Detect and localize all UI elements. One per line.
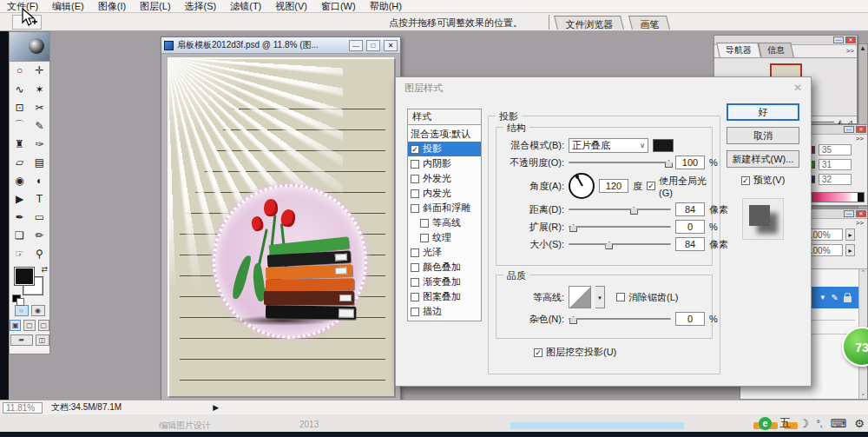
checkbox[interactable] (411, 189, 419, 198)
crop-tool-icon[interactable]: ⊡ (10, 98, 30, 116)
blur-tool-icon[interactable]: ◉ (10, 171, 30, 189)
spread-value-field[interactable]: 0 (675, 220, 705, 234)
tab-info[interactable]: 信息 (758, 43, 794, 57)
menu-window[interactable]: 窗口(W) (321, 0, 356, 13)
checkbox[interactable] (411, 248, 419, 257)
slider-thumb[interactable] (665, 160, 673, 168)
noise-value-field[interactable]: 0 (675, 312, 705, 326)
opacity-slider[interactable] (569, 157, 671, 168)
angle-dial[interactable] (569, 173, 595, 199)
standard-screen-button[interactable]: ▣ (10, 320, 21, 331)
new-style-button[interactable]: 新建样式(W)... (727, 150, 799, 168)
keyboard-icon[interactable]: ⌨ (831, 417, 847, 430)
global-light-checkbox[interactable]: 使用全局光(G) (647, 175, 707, 198)
brush-tool-icon[interactable]: ✎ (30, 116, 49, 135)
shape-tool-icon[interactable]: ▭ (30, 208, 49, 226)
cancel-button[interactable]: 取消 (727, 127, 799, 144)
pen-tool-icon[interactable]: ✒ (10, 208, 30, 226)
menu-view[interactable]: 视图(V) (275, 0, 307, 13)
quick-mask-mode-button[interactable]: ◉ (31, 305, 45, 316)
tab-brushes[interactable]: 画笔 (628, 16, 670, 30)
document-title-bar[interactable]: 扇板模板2012d3f.psd @ 11.8% (图... — □ ✕ (161, 37, 400, 54)
style-item-color-overlay[interactable]: 颜色叠加 (408, 260, 481, 275)
checkbox[interactable] (647, 182, 655, 190)
style-item-texture[interactable]: 纹理 (408, 230, 481, 245)
jump-to-imageready-button[interactable]: ➦ (10, 334, 33, 346)
zoom-tool-icon[interactable]: ⚲ (30, 244, 49, 262)
checkbox[interactable] (411, 308, 419, 316)
standard-mode-button[interactable]: ○ (15, 305, 29, 316)
punctuation-icon[interactable]: °, (817, 419, 823, 428)
moon-icon[interactable]: ☽ (799, 417, 809, 430)
green-value-field[interactable]: 31 (819, 159, 852, 170)
swap-colors-icon[interactable]: ⇄ (41, 265, 48, 274)
close-icon[interactable]: ✕ (845, 36, 856, 43)
dialog-close-icon[interactable]: ✕ (793, 82, 802, 94)
opacity-value-field[interactable]: 100 (675, 156, 705, 169)
menu-edit[interactable]: 编辑(E) (52, 0, 84, 13)
contour-dropdown-icon[interactable]: ▾ (595, 286, 605, 308)
checkbox[interactable] (411, 160, 419, 169)
checkbox[interactable] (420, 234, 429, 242)
style-item-contour[interactable]: 等高线 (408, 215, 481, 230)
imageready-button[interactable]: ◫ (36, 334, 49, 346)
opacity-spinner-icon[interactable]: ▸ (845, 228, 855, 241)
distance-slider[interactable] (569, 204, 671, 215)
checkbox[interactable] (411, 204, 419, 213)
menu-help[interactable]: 帮助(H) (370, 0, 402, 13)
canvas-area[interactable] (161, 54, 400, 401)
contour-thumbnail[interactable] (569, 286, 591, 308)
style-item-stroke[interactable]: 描边 (408, 304, 481, 319)
noise-slider[interactable] (569, 314, 671, 324)
green-browser-icon[interactable]: e (759, 417, 772, 430)
wrench-icon[interactable]: ⚙ (854, 417, 865, 430)
minimize-icon[interactable]: — (833, 36, 844, 43)
tab-file-browser[interactable]: 文件浏览器 (554, 16, 624, 30)
wubi-ime-icon[interactable]: 五 (779, 415, 791, 431)
slider-thumb[interactable] (569, 224, 577, 232)
checkbox[interactable] (411, 263, 419, 272)
restore-button[interactable]: □ (366, 40, 380, 51)
checkbox[interactable] (411, 175, 419, 183)
shadow-color-swatch[interactable] (653, 139, 674, 152)
style-item-inner-glow[interactable]: 内发光 (408, 186, 481, 201)
minimize-icon[interactable]: — (844, 126, 854, 133)
move-tool-icon[interactable]: ✛ (30, 62, 49, 80)
antialias-checkbox[interactable]: 消除锯齿(L) (616, 291, 678, 304)
blend-mode-select[interactable]: 正片叠底 ∨ (569, 138, 648, 153)
dodge-tool-icon[interactable]: ◐ (30, 171, 49, 189)
clone-stamp-tool-icon[interactable]: ♜ (10, 135, 30, 153)
eraser-tool-icon[interactable]: ▱ (10, 153, 30, 171)
elliptical-marquee-tool-icon[interactable]: ○ (10, 62, 30, 80)
close-button[interactable]: ✕ (384, 40, 398, 51)
layer-knockout-checkbox[interactable]: 图层挖空投影(U) (534, 346, 616, 359)
status-menu-icon[interactable]: ▶ (213, 403, 219, 412)
gradient-tool-icon[interactable]: ▤ (30, 153, 49, 171)
angle-value-field[interactable]: 120 (599, 179, 628, 193)
close-icon[interactable]: ✕ (856, 210, 866, 217)
distance-value-field[interactable]: 84 (675, 202, 705, 216)
menu-select[interactable]: 选择(S) (185, 0, 217, 13)
default-colors-icon[interactable] (12, 295, 21, 302)
checkbox[interactable] (534, 348, 542, 357)
preview-checkbox[interactable]: 预览(V) (741, 174, 786, 187)
checkbox[interactable] (411, 293, 419, 301)
zoom-level-field[interactable]: 11.81% (3, 402, 43, 414)
slider-thumb[interactable] (605, 242, 613, 249)
palette-menu-icon[interactable]: >> (846, 47, 854, 55)
effects-chevron-icon[interactable]: ▼ (819, 294, 826, 301)
lasso-tool-icon[interactable]: ∿ (10, 80, 30, 98)
notes-tool-icon[interactable]: ❏ (10, 226, 30, 244)
style-item-outer-glow[interactable]: 外发光 (408, 171, 481, 186)
red-value-field[interactable]: 35 (819, 144, 852, 156)
minimize-button[interactable]: — (349, 40, 363, 51)
blue-value-field[interactable]: 32 (819, 174, 852, 185)
slider-thumb[interactable] (569, 316, 577, 324)
type-tool-icon[interactable]: T (30, 189, 49, 208)
fullscreen-menubar-button[interactable]: ▢ (23, 320, 35, 331)
slice-tool-icon[interactable]: ✂ (30, 98, 49, 116)
menu-layer[interactable]: 图层(L) (140, 0, 170, 13)
style-item-inner-shadow[interactable]: 内阴影 (408, 156, 481, 171)
history-brush-tool-icon[interactable]: ✑ (30, 135, 49, 153)
spread-slider[interactable] (569, 222, 671, 232)
